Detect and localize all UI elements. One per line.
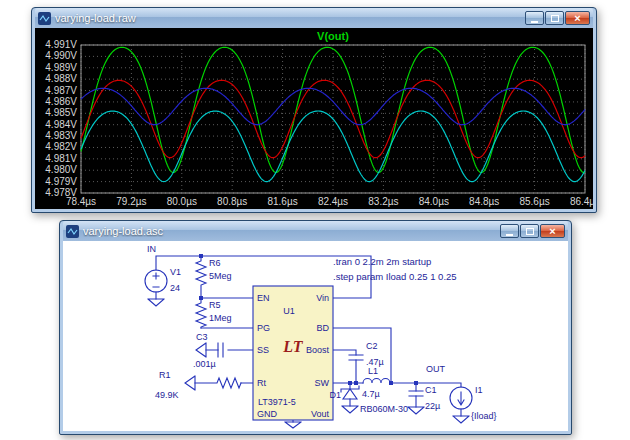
y-tick-label: 4.978V — [45, 187, 77, 198]
maximize-icon — [526, 228, 534, 235]
c3-value[interactable]: .001µ — [193, 359, 216, 369]
y-tick-label: 4.988V — [45, 73, 77, 84]
maximize-button[interactable] — [545, 11, 564, 25]
i1-value[interactable]: {Iload} — [471, 411, 497, 421]
capacitor-c1[interactable] — [409, 391, 423, 396]
d1-value[interactable]: RB060M-30 — [360, 404, 408, 414]
y-tick-label: 4.984V — [45, 119, 77, 130]
window-title: varying-load.asc — [83, 225, 496, 237]
x-tick-label: 80.8µs — [217, 196, 247, 207]
v1-value[interactable]: 24 — [170, 283, 180, 293]
y-tick-label: 4.991V — [45, 39, 77, 50]
waveform-viewer-window: varying-load.raw × 78.4µs79.2µs80.0µs80.… — [31, 7, 597, 213]
x-tick-label: 84.8µs — [469, 196, 499, 207]
u1-pin-vout: Vout — [311, 409, 330, 419]
resistor-r1[interactable] — [195, 378, 241, 388]
u1-pin-en: EN — [257, 293, 270, 303]
l1-refdes[interactable]: L1 — [368, 366, 378, 376]
u1-pin-rt: Rt — [257, 378, 266, 388]
c1-refdes[interactable]: C1 — [425, 385, 437, 395]
x-tick-label: 84.0µs — [419, 196, 449, 207]
i1-arrow — [458, 392, 464, 405]
minimize-button[interactable] — [525, 11, 544, 25]
r5-value[interactable]: 1Meg — [209, 313, 232, 323]
schematic-pane: IN OUT .tran 0 2.2m 2m startup .step par… — [63, 241, 568, 431]
y-tick-label: 4.981V — [45, 153, 77, 164]
window-titlebar[interactable]: varying-load.raw × — [35, 8, 593, 28]
c1-value[interactable]: 22µ — [425, 401, 440, 411]
spice-directive-tran[interactable]: .tran 0 2.2m 2m startup — [333, 256, 431, 267]
r6-value[interactable]: 5Meg — [209, 271, 232, 281]
window-titlebar[interactable]: varying-load.asc × — [63, 221, 568, 241]
plot-title[interactable]: V(out) — [317, 30, 349, 42]
u1-pin-vin: Vin — [316, 293, 329, 303]
u1-part-number: LT3971-5 — [258, 397, 296, 407]
maximize-button[interactable] — [520, 224, 539, 238]
schematic-window: varying-load.asc × — [59, 220, 572, 435]
resistor-r5[interactable] — [196, 298, 206, 328]
u1-pin-pg: PG — [257, 323, 270, 333]
minimize-button[interactable] — [500, 224, 519, 238]
spice-directive-step[interactable]: .step param Iload 0.25 1 0.25 — [333, 271, 457, 282]
u1-pin-ss: SS — [257, 345, 269, 355]
x-tick-label: 81.6µs — [267, 196, 297, 207]
r5-refdes[interactable]: R5 — [209, 300, 221, 310]
u1-pin-sw: SW — [315, 378, 330, 388]
plot-pane: 78.4µs79.2µs80.0µs80.8µs81.6µs82.4µs83.2… — [35, 28, 593, 209]
app-icon — [38, 12, 51, 25]
y-tick-label: 4.990V — [45, 50, 77, 61]
y-tick-label: 4.987V — [45, 85, 77, 96]
u1-pin-bd: BD — [316, 323, 329, 333]
y-tick-label: 4.986V — [45, 96, 77, 107]
close-button[interactable]: × — [540, 224, 565, 238]
capacitor-c3[interactable] — [218, 343, 223, 357]
y-tick-label: 4.979V — [45, 176, 77, 187]
net-label-in[interactable]: IN — [147, 244, 156, 254]
resistor-r6[interactable] — [196, 256, 206, 298]
net-label-out[interactable]: OUT — [426, 364, 446, 374]
close-icon: × — [549, 226, 555, 237]
minimize-icon — [506, 234, 513, 236]
c3-refdes[interactable]: C3 — [196, 332, 208, 342]
u1-pin-boost: Boost — [306, 345, 330, 355]
capacitor-c2[interactable] — [349, 355, 363, 360]
close-button[interactable]: × — [565, 11, 590, 25]
inductor-l1[interactable] — [363, 379, 390, 384]
x-tick-label: 83.2µs — [368, 196, 398, 207]
x-tick-label: 86.4µs — [570, 196, 593, 207]
lt-logo: LT — [282, 338, 303, 355]
d1-refdes[interactable]: D1 — [329, 390, 341, 400]
x-tick-label: 82.4µs — [318, 196, 348, 207]
close-icon: × — [574, 13, 580, 24]
y-tick-label: 4.985V — [45, 107, 77, 118]
r1-value[interactable]: 49.9K — [155, 390, 179, 400]
y-tick-label: 4.980V — [45, 164, 77, 175]
c2-refdes[interactable]: C2 — [366, 341, 378, 351]
x-tick-label: 85.6µs — [519, 196, 549, 207]
u1-pin-gnd: GND — [257, 409, 278, 419]
r1-refdes[interactable]: R1 — [159, 370, 171, 380]
r6-refdes[interactable]: R6 — [209, 258, 221, 268]
app-icon — [66, 225, 79, 238]
v1-refdes[interactable]: V1 — [170, 267, 181, 277]
l1-value[interactable]: 4.7µ — [362, 389, 380, 399]
y-tick-label: 4.983V — [45, 130, 77, 141]
maximize-icon — [551, 15, 559, 22]
schematic-canvas[interactable]: IN OUT .tran 0 2.2m 2m startup .step par… — [63, 241, 568, 431]
y-tick-label: 4.982V — [45, 141, 77, 152]
waveform-plot[interactable]: 78.4µs79.2µs80.0µs80.8µs81.6µs82.4µs83.2… — [35, 28, 593, 209]
i1-refdes[interactable]: I1 — [475, 385, 483, 395]
x-tick-label: 79.2µs — [116, 196, 146, 207]
y-tick-label: 4.989V — [45, 62, 77, 73]
u1-refdes[interactable]: U1 — [283, 306, 295, 316]
minimize-icon — [531, 21, 538, 23]
window-title: varying-load.raw — [55, 12, 521, 24]
v1-polarity-marks — [153, 273, 159, 287]
x-tick-label: 80.0µs — [167, 196, 197, 207]
